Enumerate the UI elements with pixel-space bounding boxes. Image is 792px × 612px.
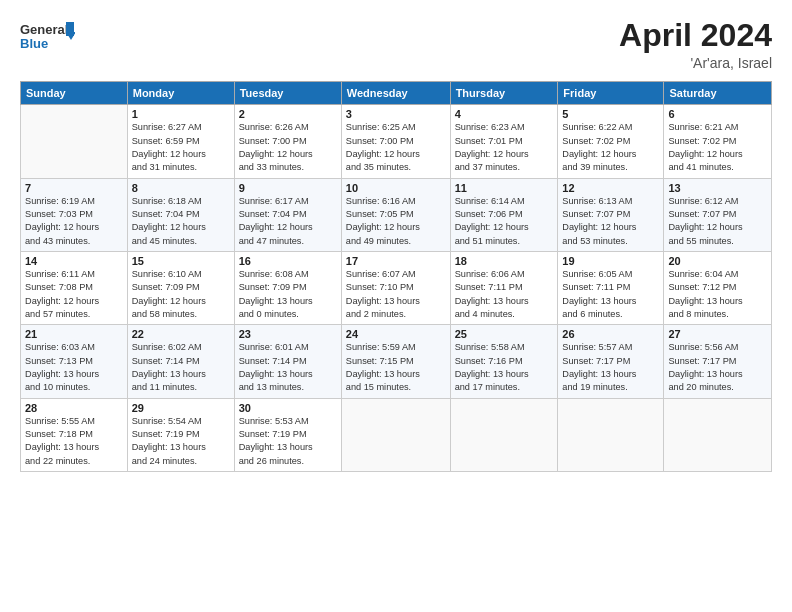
day-number: 23	[239, 328, 337, 340]
calendar-cell: 10Sunrise: 6:16 AMSunset: 7:05 PMDayligh…	[341, 178, 450, 251]
day-info: Sunrise: 6:16 AMSunset: 7:05 PMDaylight:…	[346, 195, 446, 248]
day-info: Sunrise: 6:23 AMSunset: 7:01 PMDaylight:…	[455, 121, 554, 174]
day-number: 5	[562, 108, 659, 120]
day-info: Sunrise: 5:55 AMSunset: 7:18 PMDaylight:…	[25, 415, 123, 468]
day-number: 9	[239, 182, 337, 194]
calendar-cell: 2Sunrise: 6:26 AMSunset: 7:00 PMDaylight…	[234, 105, 341, 178]
calendar-cell: 24Sunrise: 5:59 AMSunset: 7:15 PMDayligh…	[341, 325, 450, 398]
weekday-header: Sunday	[21, 82, 128, 105]
calendar-cell: 30Sunrise: 5:53 AMSunset: 7:19 PMDayligh…	[234, 398, 341, 471]
day-number: 21	[25, 328, 123, 340]
calendar-cell: 18Sunrise: 6:06 AMSunset: 7:11 PMDayligh…	[450, 251, 558, 324]
title-block: April 2024 'Ar'ara, Israel	[619, 18, 772, 71]
day-info: Sunrise: 5:59 AMSunset: 7:15 PMDaylight:…	[346, 341, 446, 394]
calendar-body: 1Sunrise: 6:27 AMSunset: 6:59 PMDaylight…	[21, 105, 772, 472]
day-info: Sunrise: 5:54 AMSunset: 7:19 PMDaylight:…	[132, 415, 230, 468]
calendar-cell: 25Sunrise: 5:58 AMSunset: 7:16 PMDayligh…	[450, 325, 558, 398]
weekday-header: Saturday	[664, 82, 772, 105]
svg-text:General: General	[20, 22, 68, 37]
calendar-cell: 28Sunrise: 5:55 AMSunset: 7:18 PMDayligh…	[21, 398, 128, 471]
calendar-week-row: 7Sunrise: 6:19 AMSunset: 7:03 PMDaylight…	[21, 178, 772, 251]
day-number: 12	[562, 182, 659, 194]
day-number: 14	[25, 255, 123, 267]
day-info: Sunrise: 6:26 AMSunset: 7:00 PMDaylight:…	[239, 121, 337, 174]
day-info: Sunrise: 6:12 AMSunset: 7:07 PMDaylight:…	[668, 195, 767, 248]
day-info: Sunrise: 6:22 AMSunset: 7:02 PMDaylight:…	[562, 121, 659, 174]
calendar-cell: 17Sunrise: 6:07 AMSunset: 7:10 PMDayligh…	[341, 251, 450, 324]
day-number: 6	[668, 108, 767, 120]
day-info: Sunrise: 6:06 AMSunset: 7:11 PMDaylight:…	[455, 268, 554, 321]
calendar-table: SundayMondayTuesdayWednesdayThursdayFrid…	[20, 81, 772, 472]
calendar-cell: 4Sunrise: 6:23 AMSunset: 7:01 PMDaylight…	[450, 105, 558, 178]
day-number: 2	[239, 108, 337, 120]
calendar-cell	[341, 398, 450, 471]
weekday-header: Tuesday	[234, 82, 341, 105]
day-info: Sunrise: 6:14 AMSunset: 7:06 PMDaylight:…	[455, 195, 554, 248]
calendar-cell	[21, 105, 128, 178]
day-number: 30	[239, 402, 337, 414]
day-number: 8	[132, 182, 230, 194]
day-number: 28	[25, 402, 123, 414]
day-number: 1	[132, 108, 230, 120]
day-info: Sunrise: 5:56 AMSunset: 7:17 PMDaylight:…	[668, 341, 767, 394]
day-info: Sunrise: 6:02 AMSunset: 7:14 PMDaylight:…	[132, 341, 230, 394]
day-number: 27	[668, 328, 767, 340]
day-number: 25	[455, 328, 554, 340]
calendar-cell: 9Sunrise: 6:17 AMSunset: 7:04 PMDaylight…	[234, 178, 341, 251]
calendar-cell: 15Sunrise: 6:10 AMSunset: 7:09 PMDayligh…	[127, 251, 234, 324]
day-info: Sunrise: 6:19 AMSunset: 7:03 PMDaylight:…	[25, 195, 123, 248]
calendar-cell: 23Sunrise: 6:01 AMSunset: 7:14 PMDayligh…	[234, 325, 341, 398]
weekday-header: Monday	[127, 82, 234, 105]
day-info: Sunrise: 6:10 AMSunset: 7:09 PMDaylight:…	[132, 268, 230, 321]
day-info: Sunrise: 6:18 AMSunset: 7:04 PMDaylight:…	[132, 195, 230, 248]
location: 'Ar'ara, Israel	[619, 55, 772, 71]
day-number: 18	[455, 255, 554, 267]
calendar-cell	[558, 398, 664, 471]
calendar-cell: 13Sunrise: 6:12 AMSunset: 7:07 PMDayligh…	[664, 178, 772, 251]
day-info: Sunrise: 5:53 AMSunset: 7:19 PMDaylight:…	[239, 415, 337, 468]
calendar-cell: 16Sunrise: 6:08 AMSunset: 7:09 PMDayligh…	[234, 251, 341, 324]
day-number: 13	[668, 182, 767, 194]
calendar-cell: 7Sunrise: 6:19 AMSunset: 7:03 PMDaylight…	[21, 178, 128, 251]
calendar-cell: 14Sunrise: 6:11 AMSunset: 7:08 PMDayligh…	[21, 251, 128, 324]
calendar-cell	[450, 398, 558, 471]
day-info: Sunrise: 5:57 AMSunset: 7:17 PMDaylight:…	[562, 341, 659, 394]
day-info: Sunrise: 6:05 AMSunset: 7:11 PMDaylight:…	[562, 268, 659, 321]
weekday-header: Wednesday	[341, 82, 450, 105]
weekday-header: Friday	[558, 82, 664, 105]
day-number: 29	[132, 402, 230, 414]
calendar-cell: 1Sunrise: 6:27 AMSunset: 6:59 PMDaylight…	[127, 105, 234, 178]
calendar-page: General Blue April 2024 'Ar'ara, Israel …	[0, 0, 792, 612]
calendar-cell: 21Sunrise: 6:03 AMSunset: 7:13 PMDayligh…	[21, 325, 128, 398]
calendar-week-row: 21Sunrise: 6:03 AMSunset: 7:13 PMDayligh…	[21, 325, 772, 398]
calendar-cell: 27Sunrise: 5:56 AMSunset: 7:17 PMDayligh…	[664, 325, 772, 398]
day-info: Sunrise: 6:11 AMSunset: 7:08 PMDaylight:…	[25, 268, 123, 321]
calendar-cell: 26Sunrise: 5:57 AMSunset: 7:17 PMDayligh…	[558, 325, 664, 398]
calendar-cell: 5Sunrise: 6:22 AMSunset: 7:02 PMDaylight…	[558, 105, 664, 178]
calendar-cell: 11Sunrise: 6:14 AMSunset: 7:06 PMDayligh…	[450, 178, 558, 251]
day-info: Sunrise: 6:27 AMSunset: 6:59 PMDaylight:…	[132, 121, 230, 174]
day-info: Sunrise: 6:13 AMSunset: 7:07 PMDaylight:…	[562, 195, 659, 248]
calendar-cell: 12Sunrise: 6:13 AMSunset: 7:07 PMDayligh…	[558, 178, 664, 251]
month-title: April 2024	[619, 18, 772, 53]
day-number: 22	[132, 328, 230, 340]
calendar-cell: 20Sunrise: 6:04 AMSunset: 7:12 PMDayligh…	[664, 251, 772, 324]
day-info: Sunrise: 6:03 AMSunset: 7:13 PMDaylight:…	[25, 341, 123, 394]
logo-svg: General Blue	[20, 18, 75, 58]
day-number: 26	[562, 328, 659, 340]
svg-text:Blue: Blue	[20, 36, 48, 51]
calendar-week-row: 1Sunrise: 6:27 AMSunset: 6:59 PMDaylight…	[21, 105, 772, 178]
day-number: 15	[132, 255, 230, 267]
calendar-week-row: 28Sunrise: 5:55 AMSunset: 7:18 PMDayligh…	[21, 398, 772, 471]
day-info: Sunrise: 6:01 AMSunset: 7:14 PMDaylight:…	[239, 341, 337, 394]
calendar-cell: 19Sunrise: 6:05 AMSunset: 7:11 PMDayligh…	[558, 251, 664, 324]
header: General Blue April 2024 'Ar'ara, Israel	[20, 18, 772, 71]
calendar-cell: 22Sunrise: 6:02 AMSunset: 7:14 PMDayligh…	[127, 325, 234, 398]
day-number: 4	[455, 108, 554, 120]
calendar-cell: 3Sunrise: 6:25 AMSunset: 7:00 PMDaylight…	[341, 105, 450, 178]
calendar-cell	[664, 398, 772, 471]
day-number: 20	[668, 255, 767, 267]
day-number: 19	[562, 255, 659, 267]
weekday-header-row: SundayMondayTuesdayWednesdayThursdayFrid…	[21, 82, 772, 105]
logo: General Blue	[20, 18, 75, 58]
